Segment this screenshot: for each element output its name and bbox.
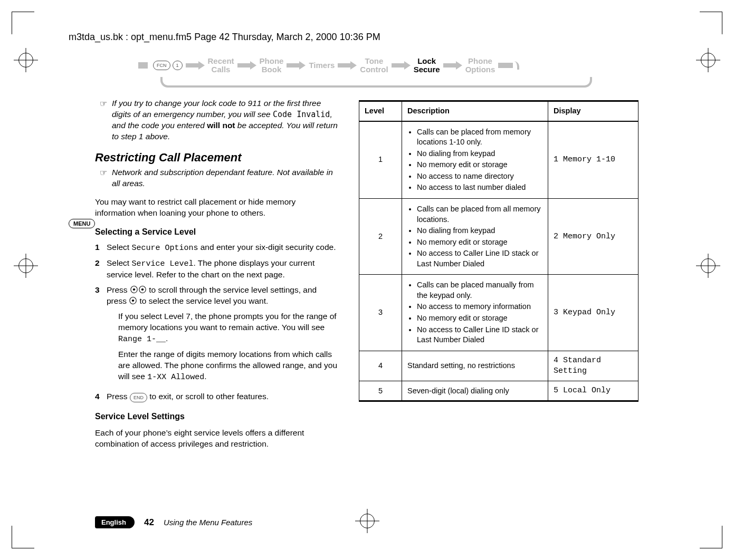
step-number: 1	[95, 242, 107, 254]
nav-lock-secure: LockSecure	[414, 57, 440, 74]
step-text: Select	[107, 258, 131, 267]
step-text: to exit, or scroll to other features.	[147, 392, 269, 401]
cell-display: 3 Keypad Only	[548, 275, 638, 351]
crop-mark	[700, 12, 722, 34]
bullet: Calls can be placed from all memory loca…	[417, 204, 542, 225]
note-network: ☞ Network and subscription dependant fea…	[95, 167, 338, 189]
subhead-service-settings: Service Level Settings	[95, 411, 338, 422]
cell-desc: Calls can be placed from memory location…	[402, 121, 548, 199]
bullet: No access to last number dialed	[417, 182, 542, 193]
step-text: and enter your six-digit security code.	[198, 243, 336, 252]
bullet: No memory edit or storage	[417, 237, 542, 248]
fcn-key-icon: FCN	[153, 61, 170, 70]
service-level-code: Service Level	[131, 259, 193, 268]
one-key-icon: 1	[173, 61, 183, 70]
col-display: Display	[548, 101, 638, 121]
arrow-icon	[186, 62, 205, 69]
registration-mark	[701, 258, 716, 273]
step-text: If you select Level 7, the phone prompts…	[118, 312, 337, 332]
note-bold: will not	[207, 121, 235, 130]
arrow-icon	[392, 62, 411, 69]
cell-desc: Calls can be placed manually from the ke…	[402, 275, 548, 351]
step-text: .	[166, 334, 168, 343]
step-text: to select the service level you want.	[137, 296, 268, 305]
steps-list: 1 Select Secure Options and enter your s…	[95, 242, 338, 403]
bullet: No access to memory information	[417, 302, 542, 312]
bullet: Calls can be placed from memory location…	[417, 127, 542, 148]
nav-loop-start	[138, 62, 148, 69]
page-footer: English 42 Using the Menu Features	[95, 516, 252, 528]
section-title: Restricting Call Placement	[95, 150, 338, 166]
language-badge: English	[95, 516, 135, 528]
scroll-keys-icon: ⦿⦿	[130, 285, 147, 295]
page-number: 42	[144, 517, 154, 528]
nav-phone-options: PhoneOptions	[465, 57, 495, 74]
note-icon: ☞	[95, 167, 112, 189]
crop-mark	[12, 12, 34, 34]
step-3-note-a: If you select Level 7, the phone prompts…	[118, 311, 338, 345]
step-2: 2 Select Service Level. The phone displa…	[95, 258, 338, 281]
nav-loop-line	[160, 77, 592, 88]
cell-display: 4 Standard Setting	[548, 351, 638, 381]
cell-level: 3	[359, 275, 402, 351]
nav-tone-control: ToneControl	[360, 57, 388, 74]
cell-level: 1	[359, 121, 402, 199]
cell-display: 5 Local Only	[548, 381, 638, 401]
table-row: 1 Calls can be placed from memory locati…	[359, 121, 638, 199]
intro-paragraph: You may want to restrict call placement …	[95, 197, 338, 219]
arrow-icon	[338, 62, 357, 69]
footer-title: Using the Menu Features	[164, 518, 252, 527]
step-text: Press	[107, 285, 130, 294]
table-row: 4 Standard setting, no restrictions 4 St…	[359, 351, 638, 381]
col-description: Description	[402, 101, 548, 121]
allowed-code: 1-XX Allowed	[147, 373, 204, 382]
nav-timers: Timers	[309, 61, 335, 70]
nav-recent-calls: RecentCalls	[208, 57, 234, 74]
service-level-table: Level Description Display 1 Calls can be…	[359, 100, 638, 402]
step-text: .	[204, 372, 206, 381]
menu-badge: MENU	[69, 219, 95, 228]
arrow-icon	[287, 62, 306, 69]
cell-level: 5	[359, 381, 402, 401]
range-code: Range 1-__	[118, 335, 166, 344]
crop-mark	[700, 526, 722, 548]
step-text: Press	[107, 392, 130, 401]
bullet: No access to Caller Line ID stack or Las…	[417, 248, 542, 269]
page-header: m3tda_us.bk : opt_menu.fm5 Page 42 Thurs…	[69, 32, 380, 43]
step-4: 4 Press END to exit, or scroll to other …	[95, 391, 338, 402]
cell-level: 4	[359, 351, 402, 381]
left-column: ☞ If you try to change your lock code to…	[95, 98, 338, 455]
bullet: No access to name directory	[417, 171, 542, 182]
step-number: 3	[95, 285, 107, 387]
cell-desc: Calls can be placed from all memory loca…	[402, 198, 548, 274]
note-lock-code: ☞ If you try to change your lock code to…	[95, 98, 338, 142]
registration-mark	[360, 514, 375, 528]
bullet: No memory edit or storage	[417, 160, 542, 170]
bullet: No dialing from keypad	[417, 149, 542, 159]
step-3: 3 Press ⦿⦿ to scroll through the service…	[95, 285, 338, 387]
right-column: Level Description Display 1 Calls can be…	[359, 98, 638, 455]
step-number: 2	[95, 258, 107, 281]
nav-loop-end	[498, 61, 519, 70]
table-row: 2 Calls can be placed from all memory lo…	[359, 198, 638, 274]
table-row: 3 Calls can be placed manually from the …	[359, 275, 638, 351]
cell-desc: Seven-digit (local) dialing only	[402, 381, 548, 401]
cell-display: 1 Memory 1-10	[548, 121, 638, 199]
col-level: Level	[359, 101, 402, 121]
note-icon: ☞	[95, 98, 112, 142]
bullet: Calls can be placed manually from the ke…	[417, 280, 542, 301]
cell-desc: Standard setting, no restrictions	[402, 351, 548, 381]
step-text: Select	[107, 243, 131, 252]
registration-mark	[701, 53, 716, 67]
table-row: 5 Seven-digit (local) dialing only 5 Loc…	[359, 381, 638, 401]
bullet: No dialing from keypad	[417, 226, 542, 236]
nav-phone-book: PhoneBook	[260, 57, 284, 74]
arrow-icon	[443, 62, 462, 69]
secure-options-code: Secure Options	[131, 244, 198, 253]
step-1: 1 Select Secure Options and enter your s…	[95, 242, 338, 254]
table-header-row: Level Description Display	[359, 101, 638, 121]
select-key-icon: ⦿	[129, 296, 137, 306]
end-key-icon: END	[130, 393, 147, 402]
bullet: No access to Caller Line ID stack or Las…	[417, 325, 542, 345]
subhead-select-service: Selecting a Service Level	[95, 226, 338, 238]
